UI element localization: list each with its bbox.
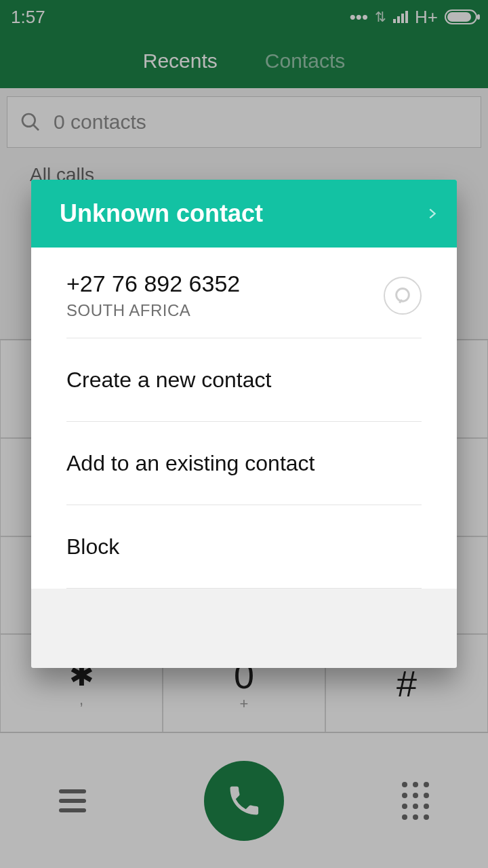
chat-icon bbox=[393, 286, 412, 305]
phone-number: +27 76 892 6352 bbox=[66, 271, 240, 297]
message-button[interactable] bbox=[384, 277, 422, 315]
add-existing-action[interactable]: Add to an existing contact bbox=[31, 422, 457, 505]
block-action[interactable]: Block bbox=[31, 505, 457, 588]
unknown-contact-dialog: Unknown contact +27 76 892 6352 SOUTH AF… bbox=[31, 180, 457, 668]
create-contact-action[interactable]: Create a new contact bbox=[31, 338, 457, 421]
contact-number-row[interactable]: +27 76 892 6352 SOUTH AFRICA bbox=[31, 248, 457, 338]
dialog-title: Unknown contact bbox=[60, 199, 263, 228]
phone-region: SOUTH AFRICA bbox=[66, 301, 240, 320]
divider bbox=[66, 588, 422, 589]
svg-point-2 bbox=[396, 288, 409, 301]
chevron-right-icon bbox=[424, 201, 439, 226]
dialog-header[interactable]: Unknown contact bbox=[31, 180, 457, 248]
